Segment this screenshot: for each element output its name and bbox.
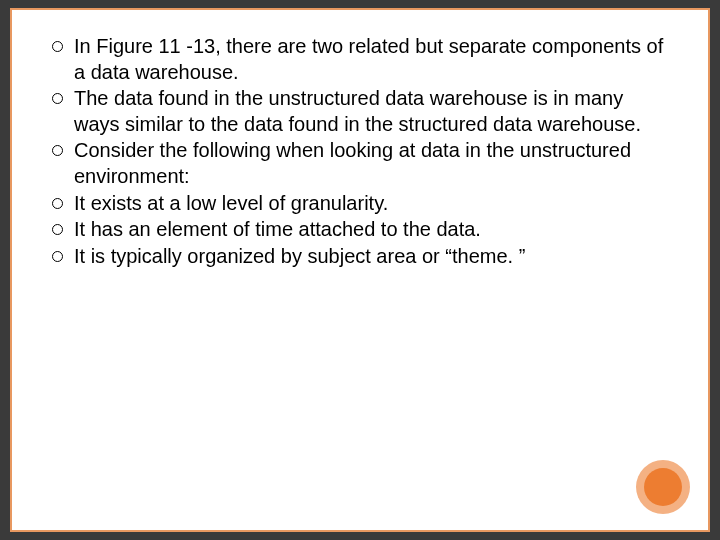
list-item: In Figure 11 -13, there are two related … [50, 34, 670, 85]
list-item: It exists at a low level of granularity. [50, 191, 670, 217]
decorative-circle-icon [636, 460, 690, 514]
slide: In Figure 11 -13, there are two related … [10, 8, 710, 532]
list-item: Consider the following when looking at d… [50, 138, 670, 189]
bullet-list: In Figure 11 -13, there are two related … [50, 34, 670, 269]
list-item: It has an element of time attached to th… [50, 217, 670, 243]
list-item: It is typically organized by subject are… [50, 244, 670, 270]
list-item: The data found in the unstructured data … [50, 86, 670, 137]
